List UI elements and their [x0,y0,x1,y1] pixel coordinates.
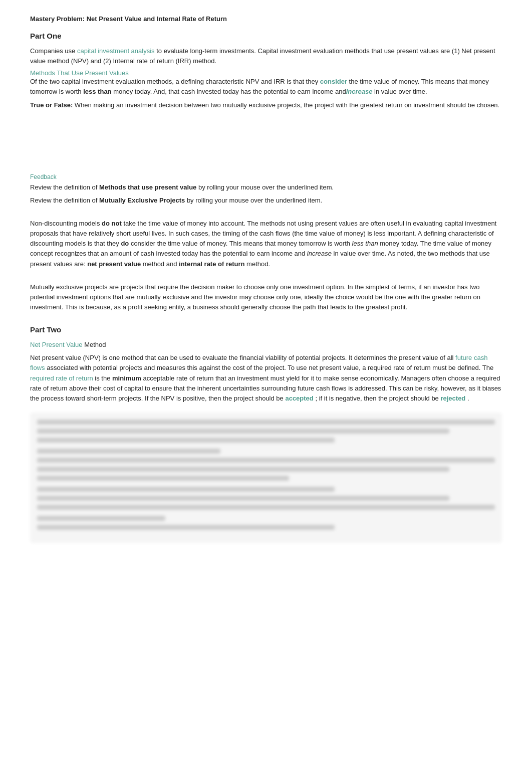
para2: Of the two capital investment evaluation… [30,77,502,97]
part-one-heading: Part One [30,32,502,40]
npv-link[interactable]: Net Present Value [30,341,83,348]
true-false-label: True or False: [30,101,73,109]
methods-bold: Methods that use present value [99,183,196,191]
feedback-para1: Review the definition of Methods that us… [30,182,502,192]
link-capital-investment[interactable]: capital investment analysis [77,47,155,55]
page-title: Mastery Problem: Net Present Value and I… [30,15,502,23]
blurred-content-section [30,413,502,543]
intro-paragraph: Companies use capital investment analysi… [30,46,502,66]
mutually-exclusive-para: Mutually exclusive projects are projects… [30,282,502,312]
mutually-exclusive-bold: Mutually Exclusive Projects [99,197,185,204]
feedback-para2: Review the definition of Mutually Exclus… [30,196,502,206]
npv-method-label: Net Present Value Method [30,340,502,350]
less-than-text: less than [83,88,111,95]
feedback-label: Feedback [30,173,502,180]
accepted-text: accepted [285,395,313,402]
required-rate-link[interactable]: required rate of return [30,374,93,382]
true-false-text: When making an investment decision betwe… [73,101,499,109]
part-two-heading: Part Two [30,325,502,334]
increase-text: increase [346,88,373,95]
nondiscounting-para: Non-discounting models do not take the t… [30,219,502,269]
true-or-false-para: True or False: When making an investment… [30,100,502,110]
rejected-text: rejected [440,395,465,402]
npv-paragraph: Net present value (NPV) is one method th… [30,353,502,404]
methods-link[interactable]: Methods That Use Present Values [30,69,502,77]
minimum-text: minimum [112,374,141,382]
consider-text: consider [320,78,347,85]
